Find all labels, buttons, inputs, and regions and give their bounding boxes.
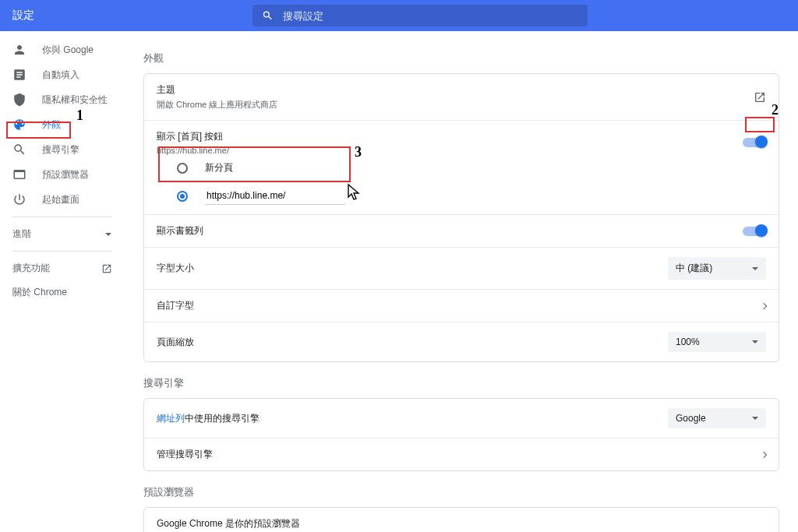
section-title-default-browser: 預設瀏覽器: [143, 485, 779, 499]
sidebar-item-label: 預設瀏覽器: [42, 168, 89, 181]
shield-icon: [12, 93, 26, 107]
sidebar-item-extensions[interactable]: 擴充功能: [0, 256, 125, 280]
home-button-toggle[interactable]: [743, 138, 766, 147]
home-button-label: 顯示 [首頁] 按鈕: [157, 130, 229, 143]
power-icon: [12, 192, 26, 206]
page-title: 設定: [12, 9, 34, 23]
chevron-right-icon: [761, 451, 767, 457]
address-bar-engine-row: 網址列中使用的搜尋引擎 Google: [144, 399, 779, 438]
page-zoom-label: 頁面縮放: [157, 336, 194, 349]
autofill-icon: [12, 68, 26, 82]
bookmarks-bar-row: 顯示書籤列: [144, 214, 779, 247]
sidebar-item-label: 自動填入: [42, 69, 79, 82]
sidebar-item-autofill[interactable]: 自動填入: [0, 62, 125, 87]
new-tab-option-row[interactable]: 新分頁: [157, 155, 766, 181]
search-engine-value: Google: [676, 413, 706, 424]
default-browser-row: Google Chrome 是你的預設瀏覽器: [144, 508, 779, 532]
search-icon: [262, 9, 274, 22]
search-box[interactable]: [252, 5, 588, 26]
font-size-label: 字型大小: [157, 262, 194, 275]
sidebar-item-label: 你與 Google: [42, 44, 94, 57]
sidebar-item-startup[interactable]: 起始畫面: [0, 187, 125, 212]
custom-url-input[interactable]: [205, 187, 345, 205]
page-zoom-select[interactable]: 100%: [668, 332, 766, 352]
chevron-down-icon: [752, 267, 758, 270]
radio-custom-url[interactable]: [177, 191, 188, 202]
bookmarks-bar-label: 顯示書籤列: [157, 224, 203, 238]
chevron-down-icon: [104, 231, 112, 238]
bookmarks-bar-toggle[interactable]: [743, 227, 766, 236]
annotation-number-2: 2: [772, 102, 779, 118]
external-link-icon: [101, 263, 112, 274]
sidebar-item-advanced[interactable]: 進階: [0, 222, 125, 246]
address-bar-engine-label: 網址列中使用的搜尋引擎: [157, 412, 260, 425]
search-engine-card: 網址列中使用的搜尋引擎 Google 管理搜尋引擎: [143, 398, 779, 471]
font-size-value: 中 (建議): [676, 262, 712, 275]
sidebar-item-label: 外觀: [42, 118, 61, 132]
palette-icon: [12, 118, 26, 132]
search-engine-select[interactable]: Google: [668, 408, 766, 428]
font-size-row: 字型大小 中 (建議): [144, 247, 779, 289]
app-header: 設定: [0, 0, 798, 31]
page-zoom-row: 頁面縮放 100%: [144, 322, 779, 361]
home-button-sub: https://hub.line.me/: [157, 146, 229, 155]
sidebar-item-default-browser[interactable]: 預設瀏覽器: [0, 162, 125, 187]
annotation-number-3: 3: [355, 144, 362, 160]
sidebar-item-search-engine[interactable]: 搜尋引擎: [0, 137, 125, 162]
cursor-icon: [347, 183, 362, 204]
sidebar-item-you-and-google[interactable]: 你與 Google: [0, 37, 125, 62]
search-input[interactable]: [283, 10, 578, 22]
divider: [12, 251, 112, 252]
custom-font-label: 自訂字型: [157, 299, 194, 312]
chevron-down-icon: [752, 417, 758, 420]
external-link-icon[interactable]: [754, 91, 766, 104]
manage-search-engines-label: 管理搜尋引擎: [157, 448, 213, 461]
sidebar-item-label: 進階: [12, 227, 31, 241]
font-size-select[interactable]: 中 (建議): [668, 257, 766, 280]
theme-sub: 開啟 Chrome 線上應用程式商店: [157, 99, 277, 111]
sidebar-item-label: 隱私權和安全性: [42, 93, 108, 107]
main-content: 外觀 2 3 主題 開啟 Chrome 線上應用程式商店 顯示 [首頁: [125, 31, 798, 532]
sidebar-item-about[interactable]: 關於 Chrome: [0, 280, 125, 305]
search-icon: [12, 143, 26, 157]
chevron-right-icon: [761, 302, 767, 308]
page-zoom-value: 100%: [676, 336, 700, 347]
divider: [12, 217, 112, 217]
sidebar-item-label: 擴充功能: [12, 262, 50, 275]
new-tab-option-label: 新分頁: [205, 161, 233, 174]
custom-url-option-row[interactable]: [157, 181, 766, 211]
browser-icon: [12, 167, 26, 181]
person-icon: [12, 43, 26, 57]
section-title-search-engine: 搜尋引擎: [143, 376, 779, 390]
radio-new-tab[interactable]: [177, 163, 188, 174]
chevron-down-icon: [752, 340, 758, 344]
sidebar-item-privacy[interactable]: 隱私權和安全性: [0, 87, 125, 112]
sidebar-item-label: 起始畫面: [42, 193, 79, 206]
sidebar: 你與 Google 自動填入 隱私權和安全性 外觀 搜尋引擎 預設瀏覽器 起始畫…: [0, 31, 125, 532]
annotation-number-1: 1: [76, 107, 83, 124]
manage-search-engines-row[interactable]: 管理搜尋引擎: [144, 438, 779, 470]
section-title-appearance: 外觀: [143, 51, 779, 65]
custom-font-row[interactable]: 自訂字型: [144, 289, 779, 322]
default-browser-card: Google Chrome 是你的預設瀏覽器: [143, 507, 779, 532]
default-browser-status: Google Chrome 是你的預設瀏覽器: [157, 517, 300, 530]
sidebar-item-appearance[interactable]: 外觀: [0, 112, 125, 137]
address-bar-link[interactable]: 網址列: [157, 413, 185, 424]
theme-label: 主題: [157, 83, 277, 97]
home-button-row: 顯示 [首頁] 按鈕 https://hub.line.me/ 新分頁: [144, 120, 779, 214]
appearance-card: 2 3 主題 開啟 Chrome 線上應用程式商店 顯示 [首頁] 按鈕 htt…: [143, 73, 779, 362]
sidebar-item-label: 搜尋引擎: [42, 143, 79, 157]
sidebar-item-label: 關於 Chrome: [12, 286, 67, 299]
theme-row[interactable]: 主題 開啟 Chrome 線上應用程式商店: [144, 74, 779, 120]
